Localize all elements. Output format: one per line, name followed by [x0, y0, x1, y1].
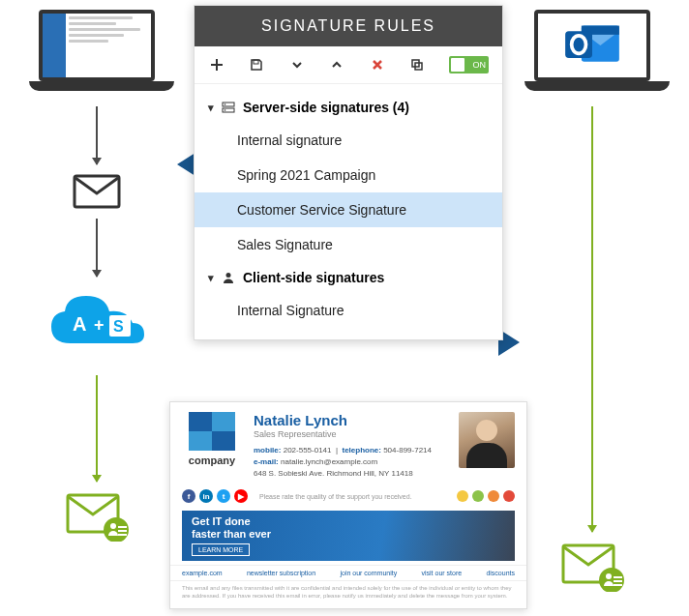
company-logo: company	[182, 412, 242, 480]
mobile-label: mobile:	[254, 446, 281, 455]
delete-button[interactable]	[369, 56, 386, 73]
rule-item[interactable]: Customer Service Signature	[195, 192, 502, 227]
arrow-down-green-icon	[96, 375, 98, 482]
add-button[interactable]	[208, 56, 225, 73]
face-happy-icon[interactable]	[457, 490, 468, 502]
arrow-down-icon	[96, 219, 98, 277]
svg-rect-19	[614, 580, 622, 582]
mobile-value: 202-555-0141	[284, 446, 332, 455]
rule-item[interactable]: Sales Signature	[195, 227, 502, 262]
svg-point-16	[599, 568, 624, 592]
twitter-icon[interactable]: t	[217, 489, 230, 503]
enabled-toggle[interactable]: ON	[449, 56, 489, 73]
footer-link[interactable]: example.com	[182, 570, 223, 576]
group-label: Server-side signatures (4)	[243, 100, 409, 115]
right-flow	[515, 10, 670, 586]
svg-point-17	[606, 573, 612, 579]
company-name: company	[189, 455, 235, 466]
svg-point-6	[104, 517, 129, 542]
server-icon	[222, 101, 235, 114]
address-value: 648 S. Sobieski Ave. Richmond Hill, NY 1…	[254, 468, 447, 480]
telephone-label: telephone:	[342, 446, 380, 455]
signed-envelope-icon	[561, 543, 623, 586]
svg-point-26	[225, 103, 226, 105]
footer-link[interactable]: discounts	[486, 570, 515, 576]
move-up-button[interactable]	[329, 56, 346, 73]
chevron-down-icon: ▾	[208, 272, 214, 284]
svg-text:S: S	[113, 318, 124, 335]
arrow-down-icon	[96, 106, 98, 164]
rule-item[interactable]: Internal Signature	[195, 293, 502, 328]
svg-point-27	[225, 109, 226, 111]
face-sad-icon[interactable]	[503, 490, 515, 502]
svg-point-28	[226, 273, 231, 278]
email-value: natalie.lynch@example.com	[281, 457, 377, 466]
group-server-side[interactable]: ▾ Server-side signatures (4)	[195, 92, 502, 123]
email-label: e-mail:	[254, 457, 279, 466]
banner[interactable]: Get IT done faster than ever LEARN MORE	[182, 511, 515, 561]
svg-rect-18	[614, 576, 622, 578]
footer-links: example.com newsletter subscription join…	[170, 565, 526, 581]
signature-name: Natalie Lynch	[254, 412, 447, 428]
footer-link[interactable]: visit our store	[421, 570, 462, 576]
toggle-label: ON	[473, 60, 487, 70]
banner-line1: Get IT done	[192, 515, 251, 527]
signed-envelope-icon	[66, 493, 128, 536]
arrow-down-green-icon	[591, 106, 593, 532]
avatar	[459, 412, 515, 468]
svg-text:+: +	[94, 315, 105, 335]
save-button[interactable]	[249, 56, 266, 73]
banner-cta[interactable]: LEARN MORE	[192, 543, 250, 556]
rules-tree: ▾ Server-side signatures (4) Internal si…	[195, 84, 502, 339]
disclaimer: This email and any files transmitted wit…	[170, 581, 526, 608]
panel-title: SIGNATURE RULES	[195, 6, 502, 46]
rule-item[interactable]: Internal signature	[195, 123, 502, 158]
cloud-services-icon: A + S	[44, 290, 150, 362]
chevron-down-icon: ▾	[208, 102, 214, 114]
envelope-icon	[73, 174, 121, 209]
laptop-outlook-icon	[524, 10, 660, 97]
person-icon	[222, 271, 235, 284]
svg-rect-8	[118, 526, 127, 528]
facebook-icon[interactable]: f	[182, 489, 195, 503]
rate-text: Please rate the quality of the support y…	[252, 493, 412, 500]
face-neutral-icon[interactable]	[488, 490, 499, 502]
laptop-generic-icon	[29, 10, 165, 97]
duplicate-button[interactable]	[409, 56, 427, 73]
svg-point-7	[110, 523, 116, 529]
move-down-button[interactable]	[288, 56, 306, 73]
svg-rect-10	[118, 534, 127, 536]
signature-preview: company Natalie Lynch Sales Representati…	[169, 401, 527, 609]
telephone-value: 504-899-7214	[383, 446, 432, 455]
signature-role: Sales Representative	[254, 429, 447, 439]
outlook-icon	[557, 18, 627, 73]
svg-text:A: A	[73, 313, 86, 335]
left-flow: A + S	[19, 10, 174, 536]
youtube-icon[interactable]: ▶	[234, 489, 248, 503]
svg-rect-20	[614, 584, 622, 586]
group-label: Client-side signatures	[243, 270, 384, 285]
footer-link[interactable]: join our community	[340, 570, 397, 576]
footer-link[interactable]: newsletter subscription	[247, 570, 315, 576]
signature-rules-panel: SIGNATURE RULES ON ▾ Server-sid	[194, 5, 503, 340]
face-ok-icon[interactable]	[472, 490, 484, 502]
linkedin-icon[interactable]: in	[199, 489, 213, 503]
rule-item[interactable]: Spring 2021 Campaign	[195, 158, 502, 192]
banner-line2: faster than ever	[192, 528, 271, 540]
svg-rect-9	[118, 530, 127, 532]
group-client-side[interactable]: ▾ Client-side signatures	[195, 262, 502, 293]
toolbar: ON	[195, 46, 502, 84]
